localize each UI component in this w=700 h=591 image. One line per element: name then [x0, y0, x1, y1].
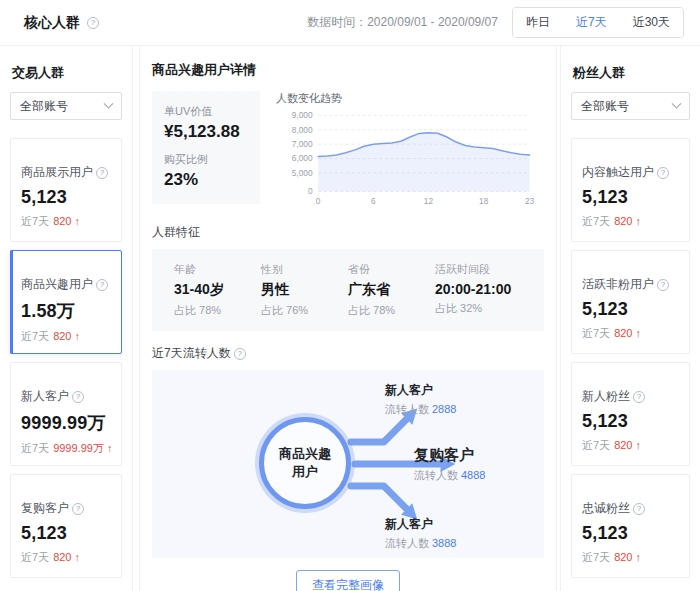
info-icon: ?: [96, 279, 108, 291]
feature-gender: 性别 男性 占比 76%: [261, 262, 348, 318]
uv-stats-box: 单UV价值 ¥5,123.88 购买比例 23%: [152, 91, 260, 204]
up-arrow-icon: ↑: [75, 215, 81, 227]
card-value: 1.58万: [21, 299, 111, 323]
info-icon: ?: [633, 503, 645, 515]
info-icon: ?: [96, 167, 108, 179]
fans-audience-title: 粉丝人群: [573, 64, 688, 82]
card-trend: 近7天820 ↑: [582, 550, 679, 565]
trade-account-select-value: 全部账号: [20, 98, 68, 115]
fans-account-select-value: 全部账号: [581, 98, 629, 115]
card-repeat-customers[interactable]: 复购客户? 5,123 近7天820 ↑: [10, 474, 122, 578]
info-icon[interactable]: ?: [234, 348, 246, 360]
uv-value-label: 单UV价值: [164, 104, 248, 119]
up-arrow-icon: ↑: [75, 330, 81, 342]
flow-center-circle: 商品兴趣用户: [259, 417, 351, 509]
x-tick-label: 12: [424, 196, 434, 206]
card-label: 新人客户: [21, 388, 69, 405]
card-value: 5,123: [21, 523, 111, 544]
up-arrow-icon: ↑: [75, 551, 81, 563]
info-icon[interactable]: ?: [87, 17, 99, 29]
detail-panel: 商品兴趣用户详情 单UV价值 ¥5,123.88 购买比例 23% 人数变化趋势…: [139, 46, 557, 591]
uv-value: ¥5,123.88: [164, 122, 248, 142]
buy-ratio-value: 23%: [164, 170, 248, 190]
page-title: 核心人群: [24, 14, 80, 32]
y-tick-label: 8,000: [292, 125, 313, 135]
feature-box: 年龄 31-40岁 占比 78% 性别 男性 占比 76% 省份 广东省 占比 …: [152, 249, 544, 331]
up-arrow-icon: ↑: [636, 215, 642, 227]
card-content-reached-users[interactable]: 内容触达用户? 5,123 近7天820 ↑: [571, 138, 690, 242]
card-new-fans[interactable]: 新人粉丝? 5,123 近7天820 ↑: [571, 362, 690, 466]
range-button-7days[interactable]: 近7天: [563, 8, 620, 37]
data-time-label: 数据时间：2020/09/01 - 2020/09/07: [307, 14, 498, 31]
card-value: 9999.99万: [21, 411, 111, 435]
up-arrow-icon: ↑: [636, 551, 642, 563]
card-label: 商品展示用户: [21, 164, 93, 181]
x-tick-label: 23: [525, 196, 535, 206]
card-trend: 近7天820 ↑: [21, 550, 111, 565]
trend-chart-area: 人数变化趋势 9,0008,0007,0006,0005,00000612182…: [276, 91, 544, 210]
fans-audience-column: 粉丝人群 全部账号 内容触达用户? 5,123 近7天820 ↑ 活跃非粉用户?…: [560, 46, 700, 591]
up-arrow-icon: ↑: [107, 442, 113, 454]
card-trend: 近7天9999.99万 ↑: [21, 441, 111, 456]
trade-account-select[interactable]: 全部账号: [10, 92, 122, 120]
detail-title: 商品兴趣用户详情: [152, 61, 544, 79]
view-full-profile-button[interactable]: 查看完整画像: [296, 570, 400, 591]
card-label: 忠诚粉丝: [582, 500, 630, 517]
card-active-nonfans[interactable]: 活跃非粉用户? 5,123 近7天820 ↑: [571, 250, 690, 354]
card-trend: 近7天820 ↑: [582, 326, 679, 341]
card-value: 5,123: [582, 411, 679, 432]
card-loyal-fans[interactable]: 忠诚粉丝? 5,123 近7天820 ↑: [571, 474, 690, 578]
feature-province: 省份 广东省 占比 78%: [348, 262, 435, 318]
card-trend: 近7天820 ↑: [21, 214, 111, 229]
info-icon: ?: [657, 279, 669, 291]
fans-card-list: 内容触达用户? 5,123 近7天820 ↑ 活跃非粉用户? 5,123 近7天…: [571, 138, 690, 578]
date-range-group: 昨日 近7天 近30天: [512, 7, 684, 38]
x-tick-label: 6: [371, 196, 376, 206]
up-arrow-icon: ↑: [636, 327, 642, 339]
card-label: 内容触达用户: [582, 164, 654, 181]
y-tick-label: 5,000: [292, 168, 313, 178]
y-tick-label: 9,000: [292, 110, 313, 120]
y-tick-label: 6,000: [292, 153, 313, 163]
chevron-down-icon: [672, 98, 682, 108]
card-label: 复购客户: [21, 500, 69, 517]
buy-ratio-label: 购买比例: [164, 152, 248, 167]
trend-chart-svg: 9,0008,0007,0006,0005,000006121823: [276, 108, 544, 210]
feature-section-label: 人群特征: [152, 224, 544, 241]
range-button-yesterday[interactable]: 昨日: [513, 8, 563, 37]
feature-active-time: 活跃时间段 20:00-21:00 占比 32%: [435, 262, 522, 318]
y-tick-label: 0: [308, 186, 313, 196]
trend-chart-title: 人数变化趋势: [276, 91, 544, 106]
card-product-interest-users[interactable]: 商品兴趣用户? 1.58万 近7天820 ↑: [10, 250, 122, 354]
info-icon: ?: [633, 391, 645, 403]
card-trend: 近7天820 ↑: [582, 438, 679, 453]
y-tick-label: 7,000: [292, 139, 313, 149]
page-header: 核心人群 ? 数据时间：2020/09/01 - 2020/09/07 昨日 近…: [0, 0, 700, 46]
trend-area: [318, 133, 529, 192]
card-label: 商品兴趣用户: [21, 276, 93, 293]
info-icon: ?: [72, 503, 84, 515]
fans-account-select[interactable]: 全部账号: [571, 92, 690, 120]
flow-target-new-customer-top: 新人客户 流转人数2888: [385, 382, 456, 417]
x-tick-label: 18: [479, 196, 489, 206]
range-button-30days[interactable]: 近30天: [620, 8, 683, 37]
card-product-view-users[interactable]: 商品展示用户? 5,123 近7天820 ↑: [10, 138, 122, 242]
info-icon: ?: [657, 167, 669, 179]
card-value: 5,123: [582, 187, 679, 208]
flow-section-label: 近7天流转人数 ?: [152, 345, 544, 362]
card-new-customers[interactable]: 新人客户? 9999.99万 近7天9999.99万 ↑: [10, 362, 122, 466]
arrow-top: [351, 417, 409, 442]
chevron-down-icon: [104, 98, 114, 108]
x-tick-label: 0: [316, 196, 321, 206]
flow-diagram: 商品兴趣用户 新人客户 流转人数2888 复购客户 流转人数4888 新人客户 …: [152, 370, 544, 558]
content-area: 交易人群 全部账号 商品展示用户? 5,123 近7天820 ↑ 商品兴趣用户?…: [0, 46, 700, 591]
trade-audience-column: 交易人群 全部账号 商品展示用户? 5,123 近7天820 ↑ 商品兴趣用户?…: [0, 46, 133, 591]
flow-target-new-customer-bottom: 新人客户 流转人数3888: [385, 516, 456, 551]
feature-age: 年龄 31-40岁 占比 78%: [174, 262, 261, 318]
card-trend: 近7天820 ↑: [582, 214, 679, 229]
card-label: 活跃非粉用户: [582, 276, 654, 293]
card-value: 5,123: [582, 523, 679, 544]
flow-target-repeat-customer: 复购客户 流转人数4888: [414, 446, 485, 483]
card-label: 新人粉丝: [582, 388, 630, 405]
info-icon: ?: [72, 391, 84, 403]
